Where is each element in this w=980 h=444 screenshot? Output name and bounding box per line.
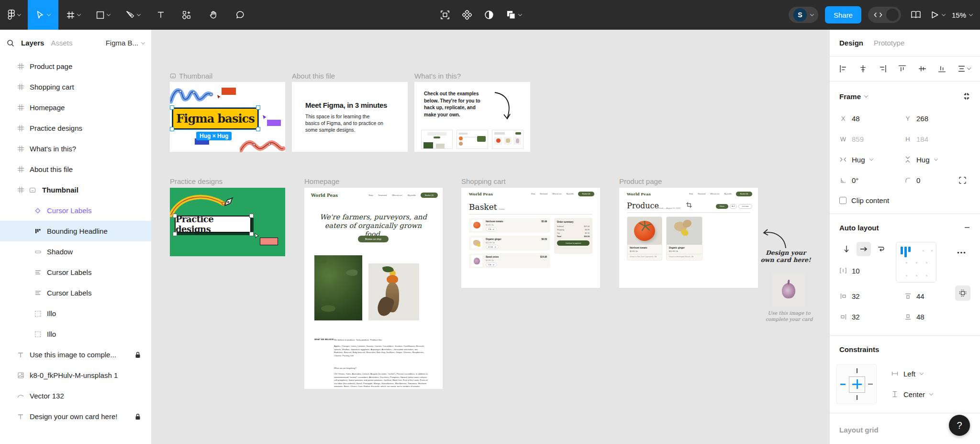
align-vertical-center-icon[interactable] [918,65,926,73]
page-selector[interactable]: Figma B... [106,39,145,47]
align-right-icon[interactable] [879,65,887,73]
present-button[interactable] [931,11,945,19]
nav-profile[interactable]: My profile [408,194,416,196]
hand-tool-button[interactable] [200,0,227,30]
remove-auto-layout-icon[interactable] [964,224,970,231]
vertical-constraint-dropdown[interactable]: Center [891,387,933,401]
selection-handle[interactable] [256,105,260,110]
canvas[interactable]: Thumbnail About this file What's in this… [151,30,830,444]
cart-item-row[interactable]: Heirloom tomato $5.99 / lb 1 lb $5.99 [469,218,550,233]
selection-handle[interactable] [249,232,254,236]
clip-content-checkbox[interactable]: Clip content [839,193,889,207]
layer-row-cursor-labels[interactable]: Cursor Labels [0,262,151,283]
cart-item-row[interactable]: Organic ginger $12.99 / lb 0.5 lb $6.50 [469,236,550,250]
frame-label-shopping[interactable]: Shopping cart [461,177,506,185]
frame-label-practice[interactable]: Practice designs [170,177,223,185]
selection-handle[interactable] [173,232,177,236]
comment-tool-button[interactable] [227,0,254,30]
align-bottom-icon[interactable] [938,65,946,73]
frame-label-product[interactable]: Product page [619,177,662,185]
text-tool-button[interactable] [148,0,173,30]
padding-bottom-field[interactable]: 48 [904,309,924,324]
frame-type-dropdown[interactable]: Frame [839,92,868,101]
layer-row-thumbnail[interactable]: Thumbnail [0,180,151,200]
auto-layout-more-options[interactable] [957,245,966,260]
frame-whats[interactable]: Check out the examples below. They're fo… [414,82,530,152]
layout-grid-header[interactable]: Layout grid [839,422,879,437]
selection-handle[interactable] [170,127,174,131]
actions-tool-button[interactable] [173,0,200,30]
layer-row-shadow[interactable]: Shadow [0,241,151,262]
vertical-resizing-dropdown[interactable]: Hug [904,152,937,167]
nav-who-we-are[interactable]: Who we are [392,194,402,196]
help-button[interactable]: ? [949,415,970,436]
frame-homepage[interactable]: World Peas Shop Newstand Who we are My p… [304,188,443,389]
height-field[interactable]: H184 [904,132,928,146]
selection-handle[interactable] [256,127,260,131]
width-field[interactable]: W859 [839,132,864,146]
layer-row-whats-in-this[interactable]: What's in this? [0,138,151,159]
lock-icon[interactable] [135,413,141,420]
view-chip[interactable]: List view [738,204,752,209]
frame-thumbnail[interactable]: Figma basics Hug × Hug [170,82,285,152]
padding-top-field[interactable]: 44 [904,289,924,303]
browse-shop-button[interactable]: Browse our shop [358,236,389,242]
onion-image[interactable] [772,273,805,307]
layer-row-homepage[interactable]: Homepage [0,97,151,118]
frame-product[interactable]: World Peas Shop Newstand Who we are My p… [619,188,758,288]
share-button[interactable]: Share [825,6,861,23]
horizontal-constraint-dropdown[interactable]: Left [891,366,923,381]
continue-payment-button[interactable]: Continue to payment [557,240,590,246]
pen-tool-button[interactable] [118,0,148,30]
layer-row-design-your-own[interactable]: Design your own card here! [0,406,151,427]
distribute-menu[interactable] [958,65,970,73]
frame-label-thumbnail[interactable]: Thumbnail [170,72,212,80]
boolean-group-button[interactable] [506,10,522,20]
quantity-field[interactable]: 5 lb [486,262,497,267]
library-icon[interactable] [911,11,921,19]
frame-about[interactable]: Meet Figma, in 3 minutes This space is f… [292,82,408,152]
tab-layers[interactable]: Layers [21,39,44,47]
basket-button[interactable]: Basket (3) [736,192,752,196]
layer-row-illo[interactable]: Illo [0,303,151,324]
frame-shopping[interactable]: World Peas Shop Newstand Who we are My p… [461,188,600,288]
independent-corners-button[interactable] [959,173,966,187]
frame-practice[interactable]: Practice designs [170,188,285,256]
edit-object-icon[interactable] [440,10,450,20]
mask-icon[interactable] [484,10,494,20]
corner-radius-field[interactable]: 0 [904,173,920,187]
direction-vertical-icon[interactable] [839,242,854,256]
align-left-icon[interactable] [839,65,847,73]
layer-row-unsplash-image[interactable]: k8-0_fkPHulv-M-unsplash 1 [0,365,151,386]
layer-row-practice-designs[interactable]: Practice designs [0,118,151,138]
layer-row-vector-132[interactable]: Vector 132 [0,386,151,406]
product-card-tomato[interactable]: Heirloom tomato $5.99 / lb Grown in San … [627,216,662,261]
collapse-panel-icon[interactable] [963,92,970,100]
layer-row-illo[interactable]: Illo [0,324,151,344]
selection-handle[interactable] [173,214,177,218]
independent-padding-toggle[interactable] [955,285,970,301]
nav-shop[interactable]: Shop [368,194,373,196]
tab-assets[interactable]: Assets [51,39,72,47]
y-position-field[interactable]: Y268 [904,111,928,125]
frame-label-whats[interactable]: What's in this? [414,72,461,80]
account-menu[interactable]: S [789,7,818,23]
zoom-menu[interactable]: 15% [952,11,972,19]
x-position-field[interactable]: X48 [839,111,860,125]
sort-chip[interactable]: A–Z [730,204,737,209]
layer-row-use-this-image[interactable]: Use this image to comple... [0,344,151,365]
quantity-field[interactable]: 0.5 lb [486,245,499,249]
component-icon[interactable] [462,10,472,20]
nav-newstand[interactable]: Newstand [379,194,387,196]
tab-design[interactable]: Design [839,39,863,47]
quantity-field[interactable]: 1 lb [486,227,497,231]
align-top-icon[interactable] [898,65,906,73]
move-tool-button[interactable] [28,0,58,30]
constraints-widget[interactable] [836,364,877,404]
padding-left-field[interactable]: 32 [839,289,860,303]
wrap-icon[interactable] [874,242,888,256]
layer-row-cursor-labels-component[interactable]: Cursor Labels [0,200,151,221]
practice-title-box[interactable]: Practice designs [175,216,251,233]
main-menu-button[interactable] [0,0,28,30]
layer-row-bounding-headline[interactable]: Bounding Headline [0,221,151,241]
